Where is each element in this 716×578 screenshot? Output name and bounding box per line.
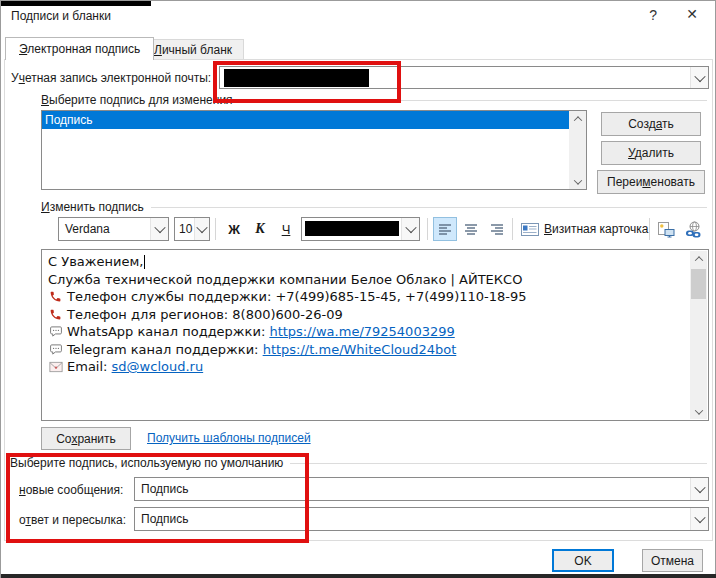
align-center-icon [463,221,479,237]
font-family-combobox[interactable]: Verdana [58,217,169,241]
signature-line: Служба технической поддержки компании Бе… [48,271,688,289]
chat-icon [48,343,63,356]
insert-picture-icon [657,221,675,238]
align-right-icon [489,221,505,237]
insert-hyperlink-icon [685,221,703,238]
whatsapp-link[interactable]: https://wa.me/79254003299 [269,324,454,339]
tab-email-signature[interactable]: Электронная подпись [5,37,154,60]
scroll-down-icon[interactable] [569,174,586,189]
chevron-down-icon[interactable] [401,218,419,240]
chevron-down-icon[interactable] [690,508,708,530]
ok-button[interactable]: OK [552,549,614,572]
email-link[interactable]: sd@wcloud.ru [112,359,204,374]
chevron-down-icon[interactable] [690,478,708,500]
signature-listbox[interactable]: Подпись [41,110,587,190]
signatures-dialog: Подписи и бланки ? ✕ Электронная подпись… [0,0,716,578]
get-templates-link[interactable]: Получить шаблоны подписей [147,431,311,445]
scroll-up-icon[interactable] [690,251,707,266]
insert-hyperlink-button[interactable] [682,217,706,241]
close-icon[interactable]: ✕ [686,6,698,22]
rename-button[interactable]: Переименовать [597,170,705,194]
telegram-link[interactable]: https://t.me/WhiteCloud24bot [263,342,457,357]
select-signature-caption: Выберите подпись для изменения [41,93,707,107]
italic-button[interactable]: К [248,217,272,241]
business-card-button[interactable]: Визитная карточка [518,217,651,241]
align-left-button[interactable] [433,217,457,241]
chevron-down-icon[interactable] [194,218,209,240]
signature-line: Телефон службы поддержки: +7(499)685-15-… [48,288,688,306]
editor-scrollbar[interactable] [690,251,707,419]
signature-line: С Уважением, [48,253,688,271]
list-item-signature[interactable]: Подпись [42,111,569,129]
signature-line: Telegram канал поддержки: https://t.me/W… [48,341,688,359]
business-card-icon [521,223,539,236]
align-right-button[interactable] [485,217,509,241]
delete-button[interactable]: Удалить [601,141,701,165]
dialog-title: Подписи и бланки [11,9,111,23]
scrollbar-thumb[interactable] [691,269,706,299]
redaction-bar [1,1,151,6]
new-messages-label: новые сообщения: [19,483,123,497]
account-label: Учетная запись электронной почты: [11,71,211,85]
align-left-icon [437,221,453,237]
insert-picture-button[interactable] [654,217,678,241]
new-messages-combobox[interactable]: Подпись [134,477,709,501]
chevron-down-icon[interactable] [150,218,168,240]
replies-combobox[interactable]: Подпись [134,507,709,531]
create-button[interactable]: Создать [601,112,701,136]
save-button[interactable]: Сохранить [41,427,131,450]
tab-personal-stationery[interactable]: Личный бланк [142,39,244,59]
scroll-up-icon[interactable] [569,111,586,126]
redacted-font-color [305,221,399,236]
chat-icon [48,325,63,338]
bold-button[interactable]: Ж [222,217,246,241]
phone-icon [48,290,63,303]
underline-button[interactable]: Ч [274,217,298,241]
scroll-down-icon[interactable] [690,404,707,419]
signature-line: Телефон для регионов: 8(800)600-26-09 [48,306,688,324]
cancel-button[interactable]: Отмена [642,549,703,572]
redacted-account-value [224,69,369,87]
phone-icon [48,308,63,321]
text-caret [144,255,145,269]
replies-label: ответ и пересылка: [19,513,126,527]
listbox-scrollbar[interactable] [569,111,586,189]
window-edge-shadow [1,574,716,578]
signature-line: Email: sd@wcloud.ru [48,358,688,376]
mail-icon [48,361,63,373]
defaults-caption: Выберите подпись, используемую по умолча… [10,456,707,470]
chevron-down-icon[interactable] [690,67,708,88]
align-center-button[interactable] [459,217,483,241]
help-button[interactable]: ? [649,7,657,23]
edit-signature-caption: Изменить подпись [41,200,707,214]
font-size-combobox[interactable]: 10 [174,217,210,241]
signature-line: WhatsApp канал поддержки: https://wa.me/… [48,323,688,341]
signature-editor[interactable]: С Уважением, Служба технической поддержк… [41,249,709,421]
